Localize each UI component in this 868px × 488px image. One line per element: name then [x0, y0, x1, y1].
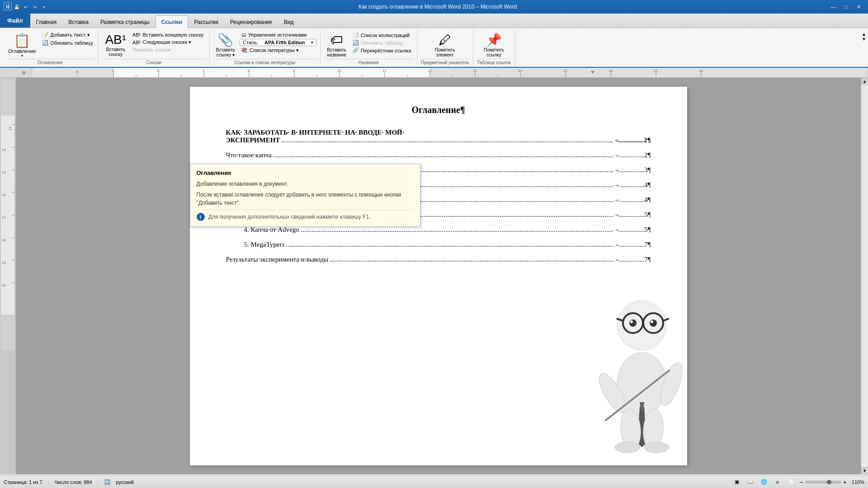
svg-text:17: 17 [2, 216, 6, 220]
tab-file[interactable]: Файл [0, 13, 30, 28]
document-area[interactable]: Оглавление Добавление оглавления в докум… [16, 78, 861, 474]
mark-entry-button[interactable]: 🖊 Пометитьэлемент [432, 32, 458, 58]
svg-text:13: 13 [473, 69, 477, 73]
toc-arrow-6: ➔ [615, 227, 619, 233]
language-status: русский [116, 479, 133, 485]
svg-text:8: 8 [248, 69, 250, 73]
outline-view-btn[interactable]: ≡ [773, 478, 783, 486]
next-footnote-button[interactable]: AB¹ Следующая сноска ▾ [131, 39, 206, 46]
list-figures-icon: 📑 [353, 32, 359, 38]
svg-text:18: 18 [699, 69, 703, 73]
tab-layout[interactable]: Разметка страницы [94, 15, 156, 28]
tooltip-footer: i Для получения дополнительных сведений … [197, 210, 414, 221]
caption-icon: 🏷 [330, 33, 343, 47]
endnote-label: Вставить концевую сноску [142, 32, 203, 38]
toc-icon: 📋 [14, 33, 30, 48]
web-layout-view-btn[interactable]: 🌐 [759, 478, 769, 486]
cross-reference-button[interactable]: 🔗 Перекрёстная ссылка [351, 47, 413, 54]
tab-view[interactable]: Вид [278, 15, 300, 28]
redo-quick-btn[interactable]: ↪ [31, 3, 39, 11]
print-layout-view-btn[interactable]: ▣ [732, 478, 742, 486]
toc-big-btn-wrapper: 📋 Оглавление ▾ [5, 32, 38, 59]
zoom-out-btn[interactable]: − [800, 479, 803, 486]
insert-citation-button[interactable]: 📎 Вставитьссылку ▾ [213, 32, 238, 58]
svg-text:14: 14 [518, 69, 522, 73]
scroll-down-button[interactable]: ▼ [861, 467, 868, 474]
captions-small-btns: 📑 Список иллюстраций 🔄 Обновить таблицу … [351, 32, 413, 54]
insert-endnote-button[interactable]: AB¹ Вставить концевую сноску [131, 32, 206, 38]
title-bar: 🇼 💾 ↩ ↪ ▾ Как создать оглавление в Micro… [0, 0, 868, 14]
bibliography-button[interactable]: 📚 Список литературы ▾ [240, 47, 316, 54]
footnote-label: Вставитьсноску [106, 47, 125, 57]
mark-citation-button[interactable]: 📌 Пометитьссылку [481, 32, 507, 58]
zoom-in-btn[interactable]: + [843, 479, 847, 486]
manage-sources-button[interactable]: 🗂 Управление источниками [240, 32, 316, 38]
scroll-up-button[interactable]: ▲ [861, 78, 868, 85]
add-text-button[interactable]: 📝 Добавить текст ▾ [40, 32, 94, 38]
citations-group-label: Ссылки и списки литературы [213, 59, 316, 65]
maximize-button[interactable]: □ [840, 2, 852, 11]
toc-text-1: Что·такое·капча [226, 151, 272, 159]
footnote-icon: AB¹ [105, 33, 126, 47]
tab-mailings[interactable]: Рассылки [188, 15, 224, 28]
update-table-button[interactable]: 🔄 Обновить таблицу [40, 39, 94, 46]
manage-sources-icon: 🗂 [241, 32, 246, 38]
next-footnote-icon: AB¹ [132, 40, 141, 45]
title-bar-left: 🇼 💾 ↩ ↪ ▾ [4, 2, 48, 12]
style-value: APA Fifth Edition [264, 40, 305, 45]
svg-point-67 [629, 319, 637, 327]
main-area: 13 14 15 16 17 18 19 20 Оглавление Добав… [0, 78, 868, 474]
ruler-content: 4 5 6 7 8 9 10 11 12 13 14 15 16 [32, 68, 868, 77]
svg-text:5: 5 [112, 69, 114, 73]
toc-arrow-icon: ▾ [21, 54, 23, 58]
quick-access-toolbar: 🇼 💾 ↩ ↪ ▾ [4, 2, 48, 12]
close-button[interactable]: ✕ [853, 2, 864, 11]
cross-ref-label: Перекрёстная ссылка [361, 48, 411, 53]
svg-point-70 [651, 320, 653, 323]
show-footnotes-button[interactable]: Показать сноски [131, 47, 206, 53]
endnote-icon: AB¹ [132, 32, 141, 38]
style-dropdown[interactable]: Стиль: APA Fifth Edition ▾ [240, 39, 316, 46]
tab-review[interactable]: Рецензирование [224, 15, 278, 28]
bibliography-icon: 📚 [241, 47, 248, 53]
tab-home[interactable]: Главная [30, 15, 63, 28]
toc-item-1: Что·такое·капча ➔ ...............2¶ [226, 151, 651, 159]
footnotes-small-btns: AB¹ Вставить концевую сноску AB¹ Следующ… [131, 32, 206, 53]
ribbon-collapse-area: ▲ ▼ [860, 30, 868, 66]
toc-text-0a: КАК· ЗАРАБОТАТЬ· В· ИНТЕРНЕТЕ· НА· ВВОДЕ… [226, 129, 384, 136]
list-of-figures-button[interactable]: 📑 Список иллюстраций [351, 32, 413, 38]
full-reading-view-btn[interactable]: 📖 [745, 478, 755, 486]
draft-view-btn[interactable]: 📄 [786, 478, 796, 486]
citation-label: Вставитьссылку ▾ [216, 47, 235, 57]
minimize-button[interactable]: — [827, 2, 839, 11]
svg-point-78 [615, 442, 640, 453]
insert-caption-button[interactable]: 🏷 Вставитьназвание [324, 32, 349, 58]
tab-references[interactable]: Ссылки [156, 15, 188, 28]
toa-group-label: Таблица ссылок [477, 59, 511, 65]
mark-entry-label: Пометитьэлемент [435, 47, 455, 57]
toa-group-content: 📌 Пометитьссылку [481, 31, 507, 59]
toc-arrow-2: ➔ [615, 168, 619, 174]
collapse-up-icon[interactable]: ▲ [862, 32, 866, 37]
right-scrollbar[interactable]: ▲ ▼ [861, 78, 868, 474]
update-captions-table-button[interactable]: 🔄 Обновить таблицу [351, 39, 413, 46]
toc-button[interactable]: 📋 Оглавление ▾ [5, 32, 38, 59]
figure-3d-container [570, 249, 714, 456]
footnotes-group-content: AB¹ Вставитьсноску AB¹ Вставить концевую… [102, 31, 205, 59]
add-text-label: Добавить текст ▾ [50, 32, 90, 38]
svg-text:13: 13 [8, 127, 12, 131]
citations-group-content: 📎 Вставитьссылку ▾ 🗂 Управление источник… [213, 31, 316, 59]
insert-footnote-button[interactable]: AB¹ Вставитьсноску [102, 32, 129, 58]
ruler: ⊞ 4 5 6 7 8 9 10 11 12 13 [0, 68, 868, 78]
tab-insert[interactable]: Вставка [62, 15, 94, 28]
save-quick-btn[interactable]: 💾 [13, 3, 21, 11]
zoom-slider[interactable] [805, 481, 841, 483]
mark-entry-icon: 🖊 [439, 33, 451, 47]
toc-item-0-row2: ЭКСПЕРИМЕНТ ➔ ...............2¶ [226, 136, 651, 144]
undo-quick-btn[interactable]: ↩ [22, 3, 30, 11]
toc-group-content: 📋 Оглавление ▾ 📝 Добавить текст ▾ 🔄 Обно… [5, 31, 94, 59]
document-page: Оглавление Добавление оглавления в докум… [190, 87, 687, 465]
footnotes-group-label: Сноски [102, 59, 205, 65]
customize-quick-btn[interactable]: ▾ [40, 3, 48, 11]
collapse-down-icon[interactable]: ▼ [862, 37, 866, 42]
